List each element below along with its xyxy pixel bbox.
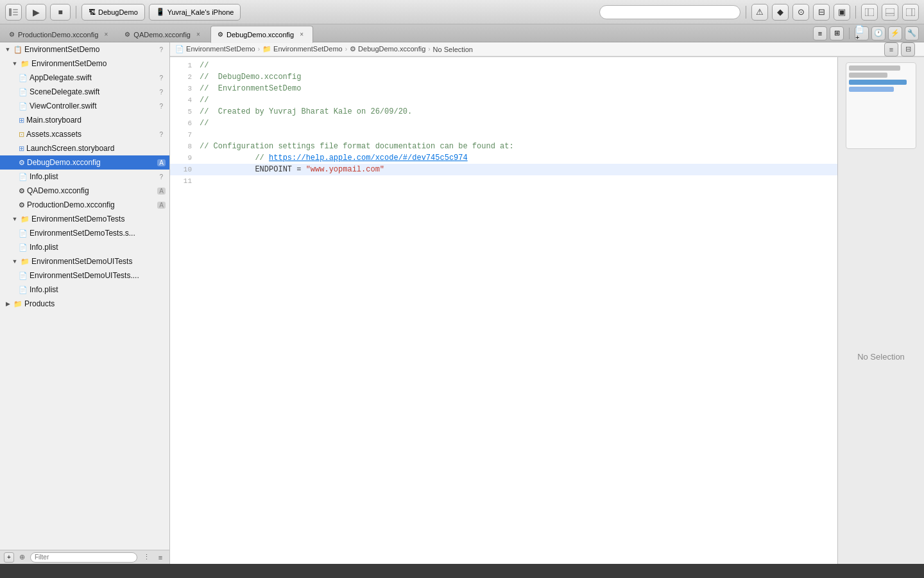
tab-qa-label: QADemo.xcconfig — [133, 31, 191, 39]
line-content-5: // Created by Yuvraj Bharat Kale on 26/0… — [200, 107, 412, 116]
badge-infoplist-1: ? — [159, 173, 166, 180]
tab-debug-close[interactable]: × — [297, 30, 306, 39]
sidebar-item-products-folder[interactable]: 📁 Products — [0, 297, 169, 311]
line-num-10: 10 — [173, 166, 192, 173]
sidebar-item-infoplist-2[interactable]: 📄 Info.plist — [0, 240, 169, 254]
related-files-btn[interactable]: ≡ — [884, 42, 898, 57]
sidebar-label-debugdemo-xcconfig: DebugDemo.xcconfig — [27, 158, 155, 167]
jump-bar-btn[interactable]: ⚡ — [888, 26, 902, 40]
disclosure-uitests-folder[interactable] — [11, 258, 19, 265]
breadcrumb-item-2[interactable]: 📁 EnvironmentSetDemo — [262, 45, 343, 53]
sidebar-label-infoplist-1: Info.plist — [30, 172, 157, 181]
svg-rect-6 — [886, 8, 894, 16]
folder-icon-tests: 📁 — [21, 215, 30, 223]
line-content-4: // — [200, 96, 209, 105]
warning-btn[interactable]: ⚠ — [751, 4, 768, 21]
disclosure-env-folder[interactable] — [11, 60, 19, 67]
breadcrumb-item-4[interactable]: No Selection — [433, 46, 473, 53]
code-editor[interactable]: 1 // 2 // DebugDemo.xcconfig 3 // Enviro… — [170, 57, 837, 564]
toolbar-search-input[interactable] — [599, 5, 740, 19]
line-num-8: 8 — [173, 143, 192, 150]
disclosure-tests-folder[interactable] — [11, 215, 19, 223]
code-coverage-btn[interactable]: ⊟ — [813, 4, 830, 21]
line-content-2: // DebugDemo.xcconfig — [200, 73, 301, 82]
tab-production-close[interactable]: × — [101, 30, 110, 39]
breadcrumb-item-1[interactable]: 📄 EnvironmentSetDemo — [175, 45, 255, 53]
tab-qa-close[interactable]: × — [194, 30, 203, 39]
sidebar-item-uitests-folder[interactable]: 📁 EnvironmentSetDemoUITests — [0, 254, 169, 268]
breakpoint-btn[interactable]: ◆ — [772, 4, 789, 21]
history-btn[interactable]: 🕐 — [871, 26, 886, 40]
add-file-btn[interactable]: 📄+ — [855, 26, 869, 40]
filter-input[interactable] — [30, 552, 137, 563]
sidebar-item-main-storyboard[interactable]: ⊞ Main.storyboard — [0, 113, 169, 127]
sidebar-item-env-root[interactable]: 📋 EnvironmentSetDemo ? — [0, 42, 169, 57]
sidebar-footer: + ⊕ ⋮ ≡ — [0, 550, 169, 564]
memory-btn[interactable]: ▣ — [834, 4, 850, 21]
scheme-selector[interactable]: 🏗 DebugDemo — [81, 4, 145, 21]
filter-options-btn[interactable]: ⋮ — [141, 552, 151, 563]
sidebar-item-launchscreen[interactable]: ⊞ LaunchScreen.storyboard — [0, 141, 169, 155]
assets-icon: ⊡ — [19, 130, 24, 139]
line-10-key: ENDPOINT = — [255, 165, 305, 174]
breadcrumb-icon-1: 📄 — [175, 45, 184, 53]
minimap-btn[interactable]: ⊟ — [901, 42, 915, 57]
breadcrumb-label-1: EnvironmentSetDemo — [186, 45, 255, 53]
line-content-10: ENDPOINT = "www.yopmail.com" — [200, 156, 384, 183]
sidebar-label-main-storyboard: Main.storyboard — [26, 116, 166, 125]
preview-line-4 — [849, 87, 894, 92]
breadcrumb-item-3[interactable]: ⚙ DebugDemo.xcconfig — [350, 45, 425, 53]
sidebar-label-env-folder: EnvironmentSetDemo — [31, 59, 166, 68]
sidebar-toggle-btn[interactable] — [5, 4, 22, 21]
inspector-panel: No Selection — [837, 57, 924, 564]
sidebar-item-debugdemo-xcconfig[interactable]: ⚙ DebugDemo.xcconfig A — [0, 155, 169, 170]
run-button[interactable]: ▶ — [26, 4, 46, 21]
folder-icon-products: 📁 — [13, 300, 22, 308]
sidebar-item-production-xcconfig[interactable]: ⚙ ProductionDemo.xcconfig A — [0, 198, 169, 212]
sidebar-empty-space — [0, 311, 169, 550]
sidebar-item-viewcontroller[interactable]: 📄 ViewController.swift ? — [0, 99, 169, 113]
code-line-5: 5 // Created by Yuvraj Bharat Kale on 26… — [170, 106, 837, 118]
svg-rect-4 — [865, 8, 874, 16]
sidebar-item-scenedelegate[interactable]: 📄 SceneDelegate.swift ? — [0, 85, 169, 99]
folder-icon-env: 📁 — [21, 60, 30, 68]
simulate-btn[interactable]: ⊙ — [792, 4, 809, 21]
tab-production[interactable]: ⚙ ProductionDemo.xcconfig × — [3, 26, 117, 43]
tab-divider — [849, 28, 850, 39]
project-icon: 📋 — [13, 46, 22, 54]
svg-rect-1 — [13, 9, 18, 10]
line-num-5: 5 — [173, 108, 192, 116]
tab-qa[interactable]: ⚙ QADemo.xcconfig × — [118, 26, 209, 43]
split-editor-btn[interactable]: ⊞ — [830, 26, 844, 40]
sidebar-item-env-folder[interactable]: 📁 EnvironmentSetDemo — [0, 57, 169, 71]
line-num-2: 2 — [173, 73, 192, 81]
sidebar-item-infoplist-1[interactable]: 📄 Info.plist ? — [0, 170, 169, 184]
right-panel-btn[interactable] — [902, 4, 919, 21]
tab-debug[interactable]: ⚙ DebugDemo.xcconfig × — [210, 26, 313, 43]
sidebar-item-tests-file[interactable]: 📄 EnvironmentSetDemoTests.s... — [0, 226, 169, 240]
sidebar-label-qa-xcconfig: QADemo.xcconfig — [27, 186, 155, 195]
badge-assets: ? — [159, 131, 166, 138]
left-panel-btn[interactable] — [861, 4, 878, 21]
bottom-panel-btn[interactable] — [882, 4, 898, 21]
sidebar-item-assets[interactable]: ⊡ Assets.xcassets ? — [0, 127, 169, 141]
add-file-footer-btn[interactable]: + — [4, 552, 14, 563]
sort-btn[interactable]: ≡ — [155, 552, 166, 563]
disclosure-env-root[interactable] — [4, 46, 12, 53]
device-selector[interactable]: 📱 Yuvraj_Kale's iPhone — [149, 4, 241, 21]
sidebar-item-infoplist-3[interactable]: 📄 Info.plist — [0, 283, 169, 297]
right-toolbar: ≡ ⊟ — [884, 42, 919, 57]
line-num-6: 6 — [173, 119, 192, 127]
disclosure-products-folder[interactable] — [4, 300, 12, 308]
sidebar-label-uitests-file: EnvironmentSetDemoUITests.... — [30, 271, 166, 280]
swift-icon-viewcontroller: 📄 — [19, 102, 28, 110]
sidebar-item-appdelegate[interactable]: 📄 AppDelegate.swift ? — [0, 71, 169, 85]
tab-list-btn[interactable]: ≡ — [813, 26, 827, 40]
sidebar-item-tests-folder[interactable]: 📁 EnvironmentSetDemoTests — [0, 212, 169, 226]
storyboard-icon-main: ⊞ — [19, 116, 24, 125]
divider-3 — [855, 6, 856, 19]
inspector-toggle-btn[interactable]: 🔧 — [905, 26, 919, 40]
sidebar-item-uitests-file[interactable]: 📄 EnvironmentSetDemoUITests.... — [0, 268, 169, 283]
stop-button[interactable]: ■ — [50, 4, 71, 21]
sidebar-item-qa-xcconfig[interactable]: ⚙ QADemo.xcconfig A — [0, 184, 169, 198]
